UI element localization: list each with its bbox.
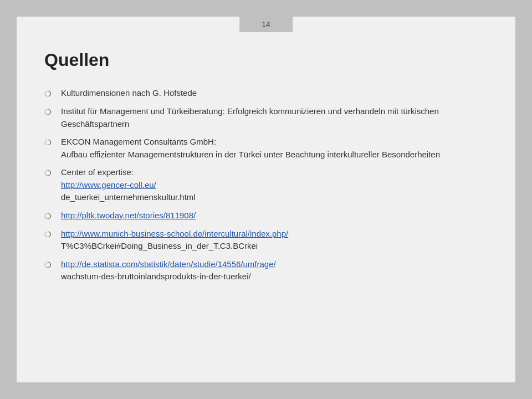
link-continuation: T%C3%BCrkei#Doing_Business_in_der_T.C3.B…: [61, 241, 258, 250]
list-item: ❍ EKCON Management Consultants GmbH: Auf…: [44, 136, 488, 161]
bullet-icon: ❍: [44, 229, 57, 241]
bullet-icon: ❍: [44, 106, 57, 118]
list-item: ❍ Center of expertise: http://www.gencer…: [44, 166, 488, 204]
list-item: ❍ Kulturdimensionen nach G. Hofstede: [44, 87, 488, 100]
list-item: ❍ http://pltk.twoday.net/stories/811908/: [44, 209, 488, 222]
slide: 14 Quellen ❍ Kulturdimensionen nach G. H…: [17, 17, 515, 382]
link[interactable]: http://www.gencer-coll.eu/: [61, 180, 156, 190]
bullet-text: Kulturdimensionen nach G. Hofstede: [61, 87, 488, 100]
link[interactable]: http://www.munich-business-school.de/int…: [61, 229, 288, 238]
content-area: ❍ Kulturdimensionen nach G. Hofstede ❍ I…: [44, 87, 488, 283]
bullet-icon: ❍: [44, 211, 57, 222]
bullet-text: Center of expertise: http://www.gencer-c…: [61, 166, 488, 204]
slide-title: Quellen: [44, 50, 488, 70]
bullet-text: EKCON Management Consultants GmbH: Aufba…: [61, 136, 488, 161]
link-continuation: wachstum-des-bruttoinlandsprodukts-in-de…: [61, 272, 251, 281]
bullet-icon: ❍: [44, 259, 57, 271]
list-item: ❍ http://de.statista.com/statistik/daten…: [44, 258, 488, 283]
link[interactable]: http://pltk.twoday.net/stories/811908/: [61, 209, 488, 222]
link[interactable]: http://de.statista.com/statistik/daten/s…: [61, 259, 276, 269]
bullet-text: http://de.statista.com/statistik/daten/s…: [61, 258, 488, 283]
list-item: ❍ http://www.munich-business-school.de/i…: [44, 228, 488, 253]
bullet-icon: ❍: [44, 167, 57, 179]
bullet-icon: ❍: [44, 88, 57, 100]
bullet-text: Institut für Management und Türkeiberatu…: [61, 105, 488, 130]
slide-number: 14: [239, 17, 293, 32]
link-continuation: de_tuerkei_unternehmenskultur.html: [61, 192, 196, 202]
bullet-text: http://www.munich-business-school.de/int…: [61, 228, 488, 253]
list-item: ❍ Institut für Management und Türkeibera…: [44, 105, 488, 130]
bullet-icon: ❍: [44, 137, 57, 149]
